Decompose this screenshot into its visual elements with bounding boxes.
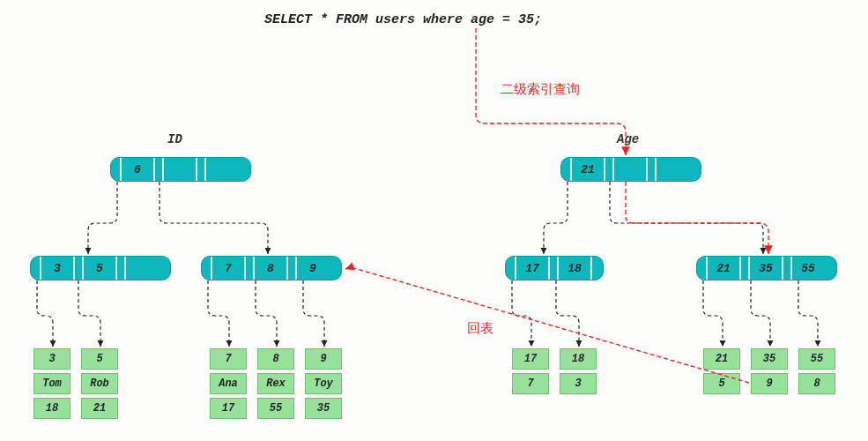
id-mid-1-node: 7 8 9: [201, 256, 342, 280]
age-mid-1-node: 21 35 55: [696, 256, 837, 280]
age-mid-0-val-1: 18: [557, 257, 590, 280]
age-mid-1-val-1: 35: [748, 257, 782, 280]
id-leaf-3-name: Rex: [257, 373, 294, 394]
id-leaf-2-name: Ana: [210, 373, 247, 394]
age-leaf-2-id: 5: [703, 373, 740, 394]
id-leaf-0: 3 Tom 18: [33, 348, 70, 419]
id-leaf-4: 9 Toy 35: [305, 348, 342, 419]
age-leaf-3: 35 9: [751, 348, 788, 394]
id-mid-0-val-1: 5: [82, 257, 115, 280]
id-mid-1-val-2: 9: [295, 257, 329, 280]
age-leaf-0-id: 7: [512, 373, 549, 394]
id-leaf-0-name: Tom: [33, 373, 70, 394]
age-mid-1-val-2: 55: [790, 257, 824, 280]
id-leaf-1-age: 21: [81, 398, 118, 419]
age-leaf-0-age: 17: [512, 348, 549, 370]
age-root-val-0: 21: [570, 158, 604, 181]
id-root-val-0: 6: [120, 158, 153, 181]
id-leaf-3-age: 55: [257, 398, 294, 419]
id-leaf-1-name: Rob: [81, 373, 118, 394]
age-leaf-2: 21 5: [703, 348, 740, 394]
annotation-secondary-index: 二级索引查询: [501, 81, 580, 98]
id-leaf-4-id: 9: [305, 348, 342, 370]
id-leaf-0-id: 3: [33, 348, 70, 370]
age-leaf-1-age: 18: [560, 348, 597, 370]
id-leaf-0-age: 18: [33, 398, 70, 419]
age-leaf-2-age: 21: [703, 348, 740, 370]
id-mid-0-node: 3 5: [30, 256, 171, 280]
id-leaf-2: 7 Ana 17: [210, 348, 247, 419]
id-leaf-3-id: 8: [257, 348, 294, 370]
age-leaf-3-age: 35: [751, 348, 788, 370]
age-leaf-1: 18 3: [560, 348, 597, 394]
age-mid-0-val-0: 17: [515, 257, 548, 280]
age-leaf-3-id: 9: [751, 373, 788, 394]
age-mid-0-node: 17 18: [505, 256, 604, 280]
age-leaf-1-id: 3: [560, 373, 597, 394]
id-leaf-2-age: 17: [210, 398, 247, 419]
id-leaf-3: 8 Rex 55: [257, 348, 294, 419]
sql-statement: SELECT * FROM users where age = 35;: [264, 12, 542, 27]
age-root-node: 21: [560, 157, 701, 182]
id-mid-0-val-0: 3: [40, 257, 73, 280]
annotation-back-to-table: 回表: [467, 320, 493, 337]
age-tree-label: Age: [617, 132, 639, 146]
id-mid-1-val-1: 8: [253, 257, 286, 280]
age-mid-1-val-0: 21: [706, 257, 739, 280]
id-leaf-4-age: 35: [305, 398, 342, 419]
age-leaf-4-age: 55: [798, 348, 835, 370]
id-leaf-2-id: 7: [210, 348, 247, 370]
age-leaf-4-id: 8: [798, 373, 835, 394]
age-leaf-0: 17 7: [512, 348, 549, 394]
age-leaf-4: 55 8: [798, 348, 835, 394]
id-leaf-1: 5 Rob 21: [81, 348, 118, 419]
id-tree-label: ID: [167, 132, 182, 146]
id-root-node: 6: [110, 157, 251, 182]
id-mid-1-val-0: 7: [211, 257, 244, 280]
id-leaf-1-id: 5: [81, 348, 118, 370]
id-leaf-4-name: Toy: [305, 373, 342, 394]
